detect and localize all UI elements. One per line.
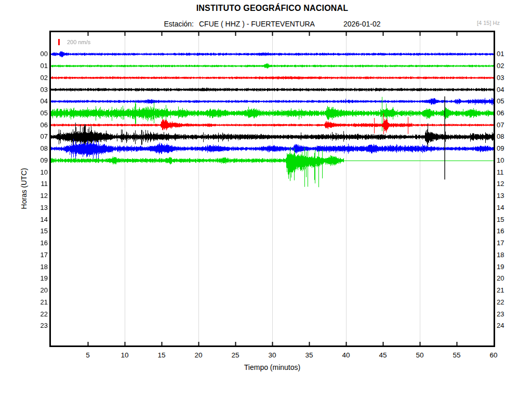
hour-label-right-01: 01 — [497, 50, 512, 58]
hour-label-left-21: 21 — [32, 299, 48, 306]
x-axis-title: Tiempo (minutos) — [51, 363, 494, 371]
hour-label-right-23: 23 — [497, 311, 512, 318]
amplitude-scale-mark — [58, 39, 60, 45]
hour-label-left-03: 03 — [32, 86, 48, 94]
x-tick-label-35: 35 — [299, 351, 320, 359]
page-title: INSTITUTO GEOGRÁFICO NACIONAL — [51, 4, 494, 13]
hour-label-right-11: 11 — [497, 169, 512, 176]
station-label: Estación: — [164, 20, 194, 28]
hour-label-right-18: 18 — [497, 251, 512, 259]
hour-label-left-09: 09 — [32, 157, 48, 164]
hour-label-left-19: 19 — [32, 275, 48, 282]
hour-label-left-10: 10 — [32, 169, 48, 176]
hour-label-left-02: 02 — [32, 74, 48, 82]
hour-label-right-24: 24 — [497, 322, 512, 329]
hour-label-left-16: 16 — [32, 240, 48, 247]
hour-label-right-14: 14 — [497, 204, 512, 211]
hour-label-left-04: 04 — [32, 98, 48, 105]
x-tick-label-60: 60 — [483, 351, 504, 359]
station-value: CFUE ( HHZ ) - FUERTEVENTURA — [199, 20, 315, 28]
hour-label-left-22: 22 — [32, 311, 48, 318]
hour-label-left-20: 20 — [32, 287, 48, 294]
amplitude-scale-label: 200 nm/s — [67, 39, 90, 45]
date-value: 2026-01-02 — [343, 20, 381, 28]
hour-label-right-09: 09 — [497, 145, 512, 152]
hour-label-right-22: 22 — [497, 299, 512, 306]
x-tick-label-25: 25 — [225, 351, 246, 359]
x-tick-label-20: 20 — [188, 351, 209, 359]
x-tick-label-15: 15 — [151, 351, 172, 359]
hour-label-left-18: 18 — [32, 263, 48, 271]
hour-label-left-05: 05 — [32, 110, 48, 117]
x-tick-label-45: 45 — [373, 351, 393, 359]
hour-label-right-16: 16 — [497, 228, 512, 235]
hour-label-left-17: 17 — [32, 251, 48, 259]
hour-label-left-00: 00 — [32, 50, 48, 58]
hour-label-left-07: 07 — [32, 133, 48, 140]
x-tick-label-10: 10 — [114, 351, 135, 359]
hour-label-left-14: 14 — [32, 216, 48, 223]
hour-label-right-03: 03 — [497, 74, 512, 82]
hour-label-left-08: 08 — [32, 145, 48, 152]
hour-label-left-12: 12 — [32, 192, 48, 200]
hour-label-right-04: 04 — [497, 86, 512, 94]
hour-label-right-07: 07 — [497, 122, 512, 129]
x-tick-label-55: 55 — [446, 351, 467, 359]
station-subtitle: Estación:CFUE ( HHZ ) - FUERTEVENTURA202… — [51, 20, 494, 28]
helicorder-canvas — [51, 32, 494, 345]
x-tick-label-50: 50 — [409, 351, 430, 359]
hour-label-right-05: 05 — [497, 98, 512, 105]
hour-label-left-13: 13 — [32, 204, 48, 211]
hour-label-right-08: 08 — [497, 133, 512, 140]
hour-label-right-13: 13 — [497, 192, 512, 200]
hour-label-left-15: 15 — [32, 228, 48, 235]
hour-label-right-17: 17 — [497, 240, 512, 247]
hour-label-right-02: 02 — [497, 62, 512, 70]
x-tick-label-40: 40 — [336, 351, 356, 359]
hour-label-left-23: 23 — [32, 322, 48, 329]
x-tick-label-30: 30 — [262, 351, 283, 359]
filter-band-label: [4 15] Hz — [477, 20, 500, 26]
hour-label-left-01: 01 — [32, 62, 48, 70]
hour-label-right-19: 19 — [497, 263, 512, 271]
hour-label-left-11: 11 — [32, 180, 48, 188]
hour-label-right-06: 06 — [497, 110, 512, 117]
x-tick-label-5: 5 — [77, 351, 98, 359]
hour-label-left-06: 06 — [32, 122, 48, 129]
hour-label-right-12: 12 — [497, 180, 512, 188]
hour-label-right-10: 10 — [497, 157, 512, 164]
hour-label-right-15: 15 — [497, 216, 512, 223]
hour-label-right-21: 21 — [497, 287, 512, 294]
y-axis-title: Horas (UTC) — [20, 168, 28, 209]
hour-label-right-20: 20 — [497, 275, 512, 282]
